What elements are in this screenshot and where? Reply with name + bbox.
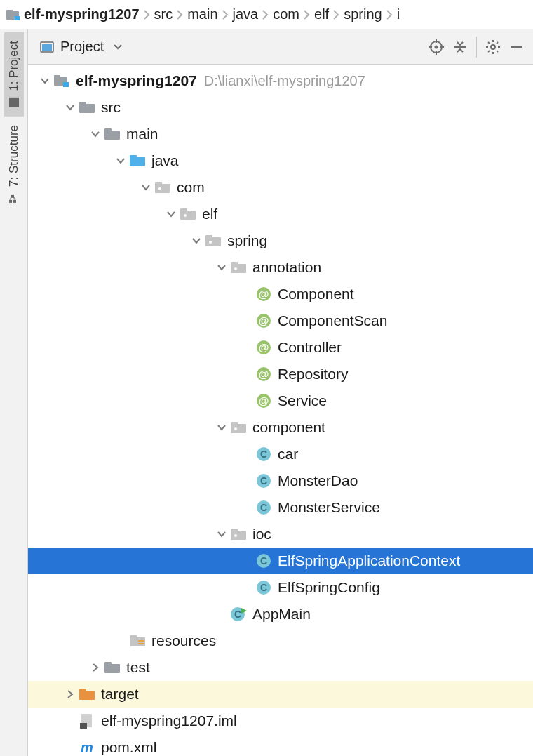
tree-node[interactable]: CAppMain (28, 601, 533, 628)
anno-icon: @ (255, 366, 272, 383)
anno-icon: @ (255, 286, 272, 303)
tree-node-label: java (151, 152, 179, 169)
tree-node[interactable]: CMonsterDao (28, 467, 533, 494)
tree-node[interactable]: test (28, 654, 533, 681)
svg-rect-6 (11, 195, 14, 198)
project-view-selector[interactable]: Project (35, 37, 126, 57)
tree-node[interactable]: CMonsterService (28, 494, 533, 521)
breadcrumb-item[interactable]: elf-myspring1207 (24, 6, 140, 22)
tree-node[interactable]: mpom.xml (28, 734, 533, 756)
class-icon: C (255, 579, 272, 596)
chevron-down-icon[interactable] (215, 527, 229, 541)
chevron-down-icon[interactable] (63, 100, 77, 114)
tree-node-label: Controller (278, 339, 342, 356)
tree-node[interactable]: @ComponentScan (28, 307, 533, 334)
tree-node[interactable]: elf-myspring1207.iml (28, 708, 533, 734)
tree-node[interactable]: annotation (28, 254, 533, 281)
tree-node[interactable]: elf-myspring1207D:\lianxi\elf-myspring12… (28, 67, 533, 94)
chevron-right-icon (333, 10, 339, 20)
svg-rect-78 (138, 640, 144, 642)
tree-node[interactable]: com (28, 174, 533, 201)
tree-node[interactable]: CElfSpringConfig (28, 574, 533, 601)
tree-node-label: target (101, 686, 139, 703)
svg-line-22 (497, 51, 498, 52)
chevron-right-icon (262, 10, 269, 20)
hide-button[interactable] (505, 35, 529, 59)
chevron-down-icon[interactable] (139, 180, 153, 194)
chevron-right-icon[interactable] (88, 661, 102, 675)
tree-node[interactable]: target (28, 681, 533, 708)
tree-node-label: ComponentScan (278, 312, 387, 329)
tree-node[interactable]: resources (28, 628, 533, 654)
chevron-right-icon (144, 10, 150, 20)
chevron-down-icon[interactable] (114, 154, 128, 168)
chevron-right-icon (177, 10, 183, 20)
project-tree[interactable]: elf-myspring1207D:\lianxi\elf-myspring12… (28, 65, 533, 756)
breadcrumb-item[interactable]: com (273, 6, 299, 22)
module-icon (6, 9, 21, 20)
tree-node[interactable]: CElfSpringApplicationContext (28, 548, 533, 574)
breadcrumb-item[interactable]: elf (314, 6, 329, 22)
svg-text:C: C (234, 609, 241, 620)
dropdown-arrow-icon (114, 44, 122, 50)
tree-node-label: AppMain (252, 606, 311, 623)
chevron-down-icon[interactable] (88, 127, 102, 141)
breadcrumb-item[interactable]: i (397, 6, 400, 22)
tree-node[interactable]: component (28, 414, 533, 441)
tree-node[interactable]: @Controller (28, 334, 533, 361)
svg-text:@: @ (259, 314, 269, 326)
chevron-down-icon[interactable] (189, 234, 203, 248)
class-icon: C (255, 446, 272, 463)
pkg-icon (205, 232, 222, 249)
project-view-icon (39, 39, 55, 55)
tree-node[interactable]: Ccar (28, 441, 533, 467)
chevron-right-icon[interactable] (63, 687, 77, 701)
tool-window-bar: 1: Project 7: Structure (0, 29, 28, 756)
svg-text:C: C (260, 475, 267, 486)
chevron-down-icon[interactable] (215, 420, 229, 435)
sidebar-tab-structure[interactable]: 7: Structure (4, 117, 24, 212)
sidebar-tab-label: 1: Project (7, 41, 21, 91)
breadcrumb-item[interactable]: src (154, 6, 173, 22)
tree-node[interactable]: src (28, 94, 533, 121)
tree-node[interactable]: @Service (28, 387, 533, 414)
collapse-all-button[interactable] (448, 35, 472, 59)
svg-text:C: C (260, 555, 267, 566)
tree-node-label: MonsterService (278, 499, 380, 516)
tree-node-label: main (126, 126, 158, 142)
breadcrumb: elf-myspring1207 src main java com elf s… (0, 0, 533, 29)
pkg-icon (230, 526, 247, 543)
svg-rect-32 (104, 128, 112, 133)
chevron-down-icon[interactable] (164, 207, 178, 221)
tree-node[interactable]: ioc (28, 521, 533, 548)
tree-node[interactable]: spring (28, 227, 533, 254)
sidebar-tab-project[interactable]: 1: Project (4, 32, 24, 117)
tree-node[interactable]: @Component (28, 281, 533, 307)
svg-text:@: @ (259, 341, 269, 353)
class-icon: C (255, 472, 272, 489)
breadcrumb-item[interactable]: java (233, 6, 259, 22)
svg-rect-1 (6, 10, 13, 13)
breadcrumb-item[interactable]: main (187, 6, 217, 22)
tree-node[interactable]: elf (28, 201, 533, 227)
svg-rect-67 (231, 529, 238, 533)
svg-text:@: @ (259, 288, 269, 300)
tree-node[interactable]: java (28, 147, 533, 174)
svg-rect-8 (42, 44, 52, 51)
tree-node-label: Component (278, 286, 354, 303)
svg-rect-28 (63, 82, 69, 87)
tree-node[interactable]: @Repository (28, 361, 533, 387)
anno-icon: @ (255, 392, 272, 409)
chevron-down-icon[interactable] (215, 260, 229, 274)
svg-point-46 (234, 267, 237, 270)
breadcrumb-item[interactable]: spring (344, 6, 382, 22)
svg-rect-36 (155, 182, 162, 186)
chevron-down-icon[interactable] (38, 74, 52, 88)
class-run-icon: C (230, 606, 247, 623)
svg-text:C: C (260, 582, 267, 593)
svg-rect-83 (79, 689, 86, 693)
settings-button[interactable] (481, 35, 505, 59)
locate-button[interactable] (424, 35, 448, 59)
svg-point-16 (491, 45, 495, 49)
tree-node[interactable]: main (28, 121, 533, 147)
